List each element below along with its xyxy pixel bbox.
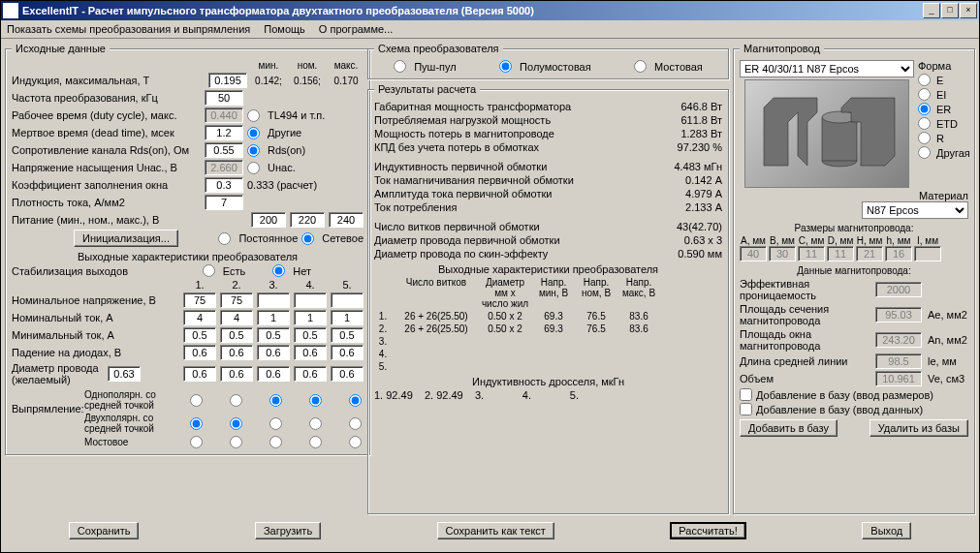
radio-rdson[interactable] — [247, 144, 260, 157]
nomI-5[interactable] — [331, 310, 364, 325]
shape-other[interactable] — [918, 146, 931, 159]
dim-A — [740, 246, 767, 261]
save-text-button[interactable]: Сохранить как текст — [437, 522, 554, 539]
radio-ac[interactable] — [301, 232, 314, 245]
shape-E[interactable] — [918, 74, 931, 86]
shape-R[interactable] — [918, 132, 931, 144]
rect1-1[interactable] — [190, 394, 203, 407]
diam-2[interactable] — [220, 366, 253, 382]
radio-stab-yes[interactable] — [203, 264, 215, 277]
svg-marker-0 — [764, 98, 817, 166]
radio-halfbridge[interactable] — [499, 60, 512, 73]
minI-3[interactable] — [257, 327, 290, 343]
rect2-5[interactable] — [349, 417, 362, 430]
material-select[interactable]: N87 Epcos — [862, 201, 968, 219]
nomV-2[interactable] — [220, 292, 253, 308]
kfill-input[interactable] — [205, 177, 243, 193]
supply-nom[interactable] — [290, 212, 325, 228]
rds-input[interactable] — [205, 142, 243, 158]
drop-4[interactable] — [294, 345, 327, 360]
add-db-button[interactable]: Добавить в базу — [740, 419, 838, 437]
output-table: Число витковДиаметр мм х число жилНапр. … — [374, 277, 722, 372]
freq-input[interactable] — [205, 90, 243, 106]
rect3-3[interactable] — [269, 436, 282, 448]
rect3-4[interactable] — [309, 436, 322, 448]
mu-val — [875, 282, 922, 297]
rect1-3[interactable] — [269, 394, 282, 407]
drop-5[interactable] — [331, 345, 364, 360]
rect3-2[interactable] — [230, 436, 242, 448]
supply-min[interactable] — [251, 212, 286, 228]
diam-5[interactable] — [331, 366, 364, 382]
rect2-1[interactable] — [190, 417, 203, 430]
close-button[interactable]: × — [960, 3, 977, 18]
minI-2[interactable] — [220, 327, 253, 343]
radio-pushpull[interactable] — [394, 60, 406, 73]
rect1-5[interactable] — [349, 394, 362, 407]
nomI-2[interactable] — [220, 310, 253, 325]
maximize-button[interactable]: □ — [941, 3, 959, 18]
exit-button[interactable]: Выход — [862, 522, 911, 539]
diam-4[interactable] — [294, 366, 327, 382]
minI-4[interactable] — [294, 327, 327, 343]
nomV-3[interactable] — [257, 292, 290, 308]
nomV-1[interactable] — [183, 292, 216, 308]
minimize-button[interactable]: _ — [923, 3, 940, 18]
drop-2[interactable] — [220, 345, 253, 360]
dead-input[interactable] — [205, 125, 243, 140]
rect2-4[interactable] — [309, 417, 322, 430]
rect2-2[interactable] — [230, 417, 242, 430]
menu-schemes[interactable]: Показать схемы преобразования и выпрямле… — [7, 23, 250, 35]
core-select[interactable]: ER 40/30/11 N87 Epcos — [740, 60, 914, 77]
dim-D — [827, 246, 854, 261]
nomI-3[interactable] — [257, 310, 290, 325]
drop-1[interactable] — [183, 345, 216, 360]
chk-add-dims[interactable] — [740, 388, 752, 401]
minI-5[interactable] — [331, 327, 364, 343]
jdens-input[interactable] — [205, 195, 243, 210]
load-button[interactable]: Загрузить — [255, 522, 321, 539]
nomI-4[interactable] — [294, 310, 327, 325]
nomV-5[interactable] — [331, 292, 364, 308]
dim-h — [885, 246, 912, 261]
diam-main[interactable] — [108, 366, 141, 382]
core-image — [744, 79, 909, 188]
results-group: Результаты расчета Габаритная мощность т… — [367, 83, 729, 514]
induction-input[interactable] — [208, 73, 247, 88]
shape-ETD[interactable] — [918, 117, 931, 130]
nomI-1[interactable] — [183, 310, 216, 325]
rect1-4[interactable] — [309, 394, 322, 407]
svg-rect-2 — [822, 117, 857, 161]
diam-3[interactable] — [257, 366, 290, 382]
main-window: ExcellentIT - Расчет импульсного трансфо… — [0, 0, 980, 553]
radio-stab-no[interactable] — [272, 264, 285, 277]
save-button[interactable]: Сохранить — [69, 522, 140, 539]
nomV-4[interactable] — [294, 292, 327, 308]
drop-3[interactable] — [257, 345, 290, 360]
menubar: Показать схемы преобразования и выпрямле… — [1, 20, 979, 39]
shape-EI[interactable] — [918, 88, 931, 101]
supply-max[interactable] — [329, 212, 364, 228]
radio-fullbridge[interactable] — [634, 60, 647, 73]
rect-label: Выпрямление: — [12, 389, 84, 450]
rect3-1[interactable] — [190, 436, 203, 448]
rect1-2[interactable] — [230, 394, 242, 407]
radio-tl494[interactable] — [247, 109, 260, 122]
menu-help[interactable]: Помощь — [264, 23, 305, 35]
footer-buttons: Сохранить Загрузить Сохранить как текст … — [1, 516, 979, 545]
radio-other[interactable] — [247, 127, 260, 139]
del-db-button[interactable]: Удалить из базы — [869, 419, 968, 437]
titlebar[interactable]: ExcellentIT - Расчет импульсного трансфо… — [1, 1, 979, 20]
rect3-5[interactable] — [349, 436, 362, 448]
radio-dc[interactable] — [218, 232, 231, 245]
chk-add-data[interactable] — [740, 403, 752, 415]
rect2-3[interactable] — [269, 417, 282, 430]
shape-ER[interactable] — [918, 103, 931, 115]
radio-unas[interactable] — [247, 162, 260, 174]
diam-1[interactable] — [183, 366, 216, 382]
calc-button[interactable]: Рассчитать! — [670, 522, 745, 539]
dim-B — [769, 246, 796, 261]
init-button[interactable]: Инициализация... — [74, 230, 178, 247]
minI-1[interactable] — [183, 327, 216, 343]
menu-about[interactable]: О программе... — [319, 23, 393, 35]
